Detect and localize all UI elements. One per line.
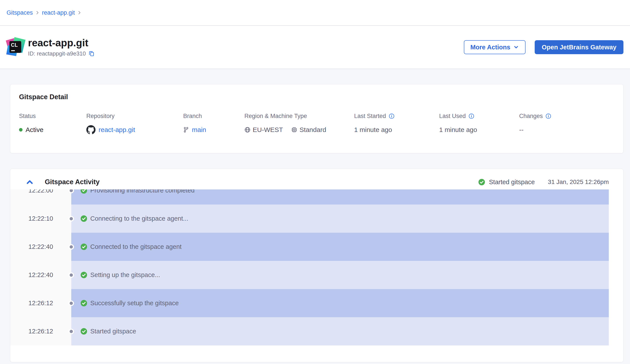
check-circle-icon [80,272,87,278]
chevron-right-icon [35,10,40,15]
field-last-used: Last Used 1 minute ago [439,113,477,135]
last-started-label: Last Started [354,113,386,119]
activity-header: Gitspace Activity Started gitspace 31 Ja… [10,169,623,189]
activity-time: 12:22:40 [10,233,71,261]
more-actions-button[interactable]: More Actions [464,40,526,54]
changes-label: Changes [519,113,543,119]
chevron-up-icon[interactable] [26,178,34,186]
check-circle-icon [478,179,485,185]
timeline-dot [69,216,74,221]
activity-time: 12:26:12 [10,317,71,346]
activity-title: Gitspace Activity [45,178,100,186]
gitspace-id-label: ID: reactappgit-a9e310 [28,50,86,57]
region-value: EU-WEST [253,126,283,133]
last-used-value: 1 minute ago [439,126,477,133]
machine-type-value: Standard [300,126,326,133]
info-icon[interactable] [468,113,474,119]
activity-time: 12:22:40 [10,261,71,289]
field-region-machine: Region & Machine Type EU-WEST [244,113,326,135]
activity-message: Connected to the gitspace agent [90,243,182,250]
timeline-dot [69,244,74,250]
activity-log-row: 12:22:00 Provisioning infrastructure com… [10,189,623,205]
open-gateway-label: Open JetBrains Gateway [542,44,616,51]
branch-link[interactable]: main [192,126,206,133]
activity-log: 12:22:00 Provisioning infrastructure com… [10,189,623,346]
info-icon[interactable] [389,113,394,119]
activity-log-row: 12:22:40 Connected to the gitspace agent [10,233,623,261]
timeline-dot [69,272,74,278]
check-circle-icon [80,215,87,222]
detail-card-title: Gitspace Detail [19,93,68,101]
field-changes: Changes -- [519,113,551,135]
top-bar: Gitspaces react-app.git [0,0,630,26]
check-circle-icon [80,328,87,335]
github-icon [86,125,96,134]
more-actions-label: More Actions [470,44,510,51]
status-value: Active [26,126,44,133]
gitspace-detail-card: Gitspace Detail Status Active Repository… [10,84,624,153]
page-title: react-app.git [28,37,94,48]
activity-message: Successfully setup the gitspace [90,300,179,307]
field-last-started: Last Started 1 minute ago [354,113,394,135]
open-jetbrains-gateway-button[interactable]: Open JetBrains Gateway [535,40,624,54]
timeline-dot [69,329,74,334]
chevron-right-icon [77,10,82,15]
breadcrumb-link-repo[interactable]: react-app.git [42,9,75,16]
info-icon[interactable] [546,113,551,119]
activity-message: Started gitspace [90,328,136,335]
status-dot [19,128,22,131]
activity-log-row: 12:22:10 Connecting to the gitspace agen… [10,205,623,233]
region-machine-label: Region & Machine Type [244,113,307,119]
activity-status-label: Started gitspace [489,179,535,186]
activity-time: 12:22:10 [10,205,71,233]
activity-time: 12:26:12 [10,289,71,317]
timeline-dot [69,301,74,306]
page-header: CL react-app.git ID: reactappgit-a9e310 … [0,26,630,69]
repository-link[interactable]: react-app.git [98,126,135,133]
activity-message: Setting up the gitspace... [90,271,160,279]
breadcrumb-link-gitspaces[interactable]: Gitspaces [6,9,33,16]
copy-icon[interactable] [88,51,94,57]
last-started-value: 1 minute ago [354,126,392,133]
activity-message: Provisioning infrastructure completed [90,189,194,194]
chip-icon [291,127,297,133]
activity-time: 12:22:00 [10,189,71,205]
activity-log-viewport[interactable]: 12:22:00 Provisioning infrastructure com… [10,189,623,346]
globe-icon [244,127,250,133]
check-circle-icon [80,300,87,307]
activity-status-timestamp: 31 Jan, 2025 12:26pm [548,179,609,185]
field-status: Status Active [19,113,44,135]
activity-message: Connecting to the gitspace agent... [90,215,188,222]
repository-label: Repository [86,113,114,119]
check-circle-icon [80,243,87,250]
last-used-label: Last Used [439,113,466,119]
branch-label: Branch [183,113,202,119]
status-label: Status [19,113,36,119]
activity-log-row: 12:26:12 Started gitspace [10,317,623,346]
check-circle-icon [80,189,87,194]
field-branch: Branch main [183,113,206,135]
breadcrumb: Gitspaces react-app.git [6,9,82,16]
clion-logo: CL [6,38,24,56]
gitspace-activity-card: Gitspace Activity Started gitspace 31 Ja… [10,169,624,362]
field-repository: Repository react-app.git [86,113,135,135]
chevron-down-icon [513,44,519,50]
git-branch-icon [183,127,189,133]
changes-value: -- [519,126,524,133]
activity-log-row: 12:22:40 Setting up the gitspace... [10,261,623,289]
activity-log-row: 12:26:12 Successfully setup the gitspace [10,289,623,317]
content-area: Gitspace Detail Status Active Repository… [0,69,630,362]
